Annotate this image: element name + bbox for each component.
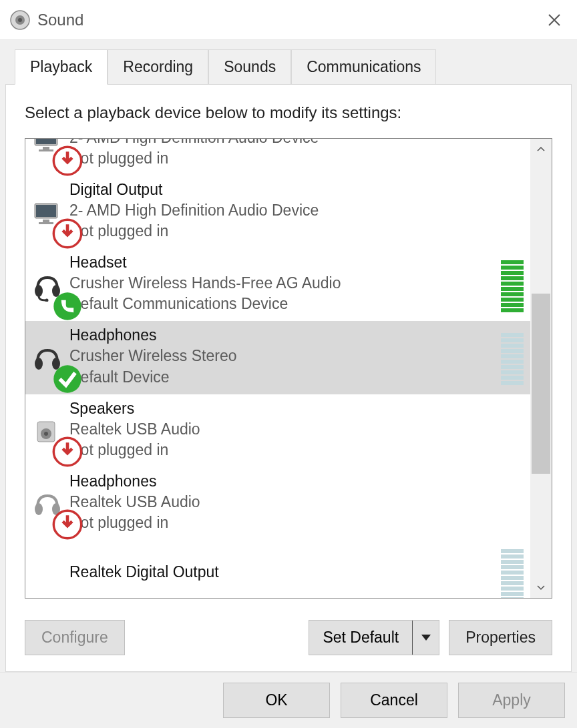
- check-badge-icon: [52, 364, 65, 377]
- svg-point-19: [53, 365, 81, 392]
- device-item[interactable]: HeadphonesCrusher Wireless StereoDefault…: [25, 321, 530, 394]
- scroll-up-button[interactable]: [530, 139, 552, 160]
- headphones-icon: [32, 344, 63, 374]
- device-description: Crusher Wireless Stereo: [69, 346, 496, 366]
- none-icon: [32, 560, 63, 591]
- sound-icon: [9, 9, 31, 31]
- device-item[interactable]: Digital Output2- AMD High Definition Aud…: [25, 175, 530, 248]
- device-name: Headset: [69, 252, 496, 273]
- svg-rect-6: [39, 149, 53, 151]
- svg-rect-5: [43, 147, 49, 149]
- svg-point-2: [18, 18, 22, 22]
- svg-point-24: [35, 503, 43, 515]
- device-name: Realtek Digital Output: [69, 562, 496, 583]
- tab-recording[interactable]: Recording: [108, 49, 208, 84]
- device-description: Realtek USB Audio: [69, 419, 524, 440]
- set-default-button[interactable]: Set Default: [309, 621, 412, 655]
- device-status: Not plugged in: [69, 440, 524, 460]
- ok-button[interactable]: OK: [223, 683, 330, 718]
- device-status: Default Device: [69, 367, 496, 388]
- set-default-dropdown[interactable]: [412, 621, 439, 655]
- unplugged-badge-icon: [52, 145, 65, 159]
- scroll-down-button[interactable]: [530, 577, 552, 598]
- svg-rect-11: [39, 222, 53, 224]
- phone-badge-icon: [52, 291, 65, 304]
- device-item[interactable]: HeadsetCrusher Wireless Hands-Free AG Au…: [25, 248, 530, 321]
- device-name: Speakers: [69, 398, 524, 419]
- instruction-text: Select a playback device below to modify…: [25, 103, 552, 122]
- device-status: Not plugged in: [69, 512, 524, 533]
- level-meter: [501, 544, 524, 598]
- device-status: Not plugged in: [69, 221, 524, 242]
- window-title: Sound: [37, 11, 541, 29]
- tab-communications[interactable]: Communications: [291, 49, 436, 84]
- device-name: Digital Output: [69, 179, 524, 200]
- set-default-split-button[interactable]: Set Default: [309, 620, 439, 655]
- tab-playback[interactable]: Playback: [15, 49, 108, 85]
- device-item[interactable]: HeadphonesRealtek USB AudioNot plugged i…: [25, 467, 530, 540]
- svg-point-22: [44, 432, 48, 436]
- device-status: Not plugged in: [69, 148, 524, 169]
- monitor-icon: [32, 198, 63, 229]
- apply-button[interactable]: Apply: [458, 683, 565, 718]
- cancel-button[interactable]: Cancel: [341, 683, 447, 718]
- device-item[interactable]: SpeakersRealtek USB AudioNot plugged in: [25, 394, 530, 467]
- svg-rect-4: [36, 139, 56, 144]
- headset-icon: [32, 271, 63, 302]
- svg-point-13: [35, 285, 43, 297]
- level-meter: [501, 255, 524, 312]
- device-name: Headphones: [69, 471, 524, 492]
- svg-point-15: [45, 298, 49, 302]
- unplugged-badge-icon: [52, 436, 65, 450]
- speaker-icon: [32, 416, 63, 447]
- svg-rect-9: [36, 205, 56, 217]
- device-description: Crusher Wireless Hands-Free AG Audio: [69, 273, 496, 294]
- device-description: 2- AMD High Definition Audio Device: [69, 139, 524, 148]
- svg-rect-10: [43, 220, 49, 222]
- device-status: Default Communications Device: [69, 294, 496, 314]
- device-description: Realtek USB Audio: [69, 492, 524, 512]
- close-button[interactable]: [541, 7, 568, 33]
- scroll-track[interactable]: [530, 160, 552, 577]
- monitor-icon: [32, 139, 63, 156]
- unplugged-badge-icon: [52, 509, 65, 522]
- device-item[interactable]: Realtek Digital Output: [25, 540, 530, 598]
- configure-button[interactable]: Configure: [25, 620, 125, 655]
- device-list[interactable]: Digital Output2- AMD High Definition Aud…: [25, 139, 530, 598]
- device-description: 2- AMD High Definition Audio Device: [69, 200, 524, 221]
- headphones-gray-icon: [32, 489, 63, 520]
- svg-point-17: [35, 358, 43, 370]
- svg-point-16: [53, 292, 81, 320]
- unplugged-badge-icon: [52, 218, 65, 232]
- properties-button[interactable]: Properties: [449, 620, 552, 655]
- device-item[interactable]: Digital Output2- AMD High Definition Aud…: [25, 139, 530, 175]
- scrollbar[interactable]: [530, 139, 552, 598]
- tab-row: PlaybackRecordingSoundsCommunications: [15, 49, 572, 84]
- tab-sounds[interactable]: Sounds: [208, 49, 291, 84]
- level-meter: [501, 328, 524, 385]
- scroll-thumb[interactable]: [532, 294, 550, 474]
- device-name: Headphones: [69, 325, 496, 346]
